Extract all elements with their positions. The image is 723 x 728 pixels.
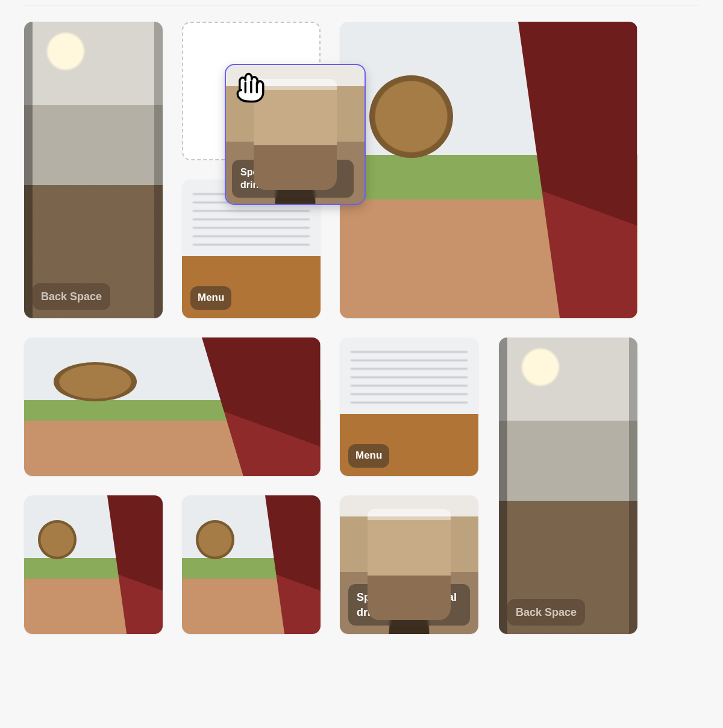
photo-caption: Speciality seasonal drink… — [348, 584, 470, 626]
grab-cursor-icon — [234, 72, 268, 104]
photo-card-cafe-sign-small-2[interactable] — [182, 495, 321, 634]
photo-caption: Speciality seasonal drink… — [232, 160, 354, 198]
photo-card-back-space-2[interactable]: Back Space — [499, 337, 637, 634]
photo-card-cafe-sign-small-1[interactable] — [24, 495, 163, 634]
photo-caption: Menu — [190, 286, 231, 310]
photo-card-speciality-drink[interactable]: Speciality seasonal drink… — [340, 495, 478, 634]
photo-caption: Back Space — [507, 599, 585, 626]
photo-caption: Menu — [348, 444, 389, 468]
photo-card-back-space[interactable]: Back Space — [24, 22, 163, 318]
section-divider — [24, 5, 699, 5]
photo-caption: Back Space — [33, 283, 110, 310]
photo-card-cafe-sign-large[interactable] — [340, 22, 637, 318]
photo-card-menu-2[interactable]: Menu — [340, 337, 478, 476]
photo-card-cafe-sign-wide[interactable] — [24, 337, 321, 476]
